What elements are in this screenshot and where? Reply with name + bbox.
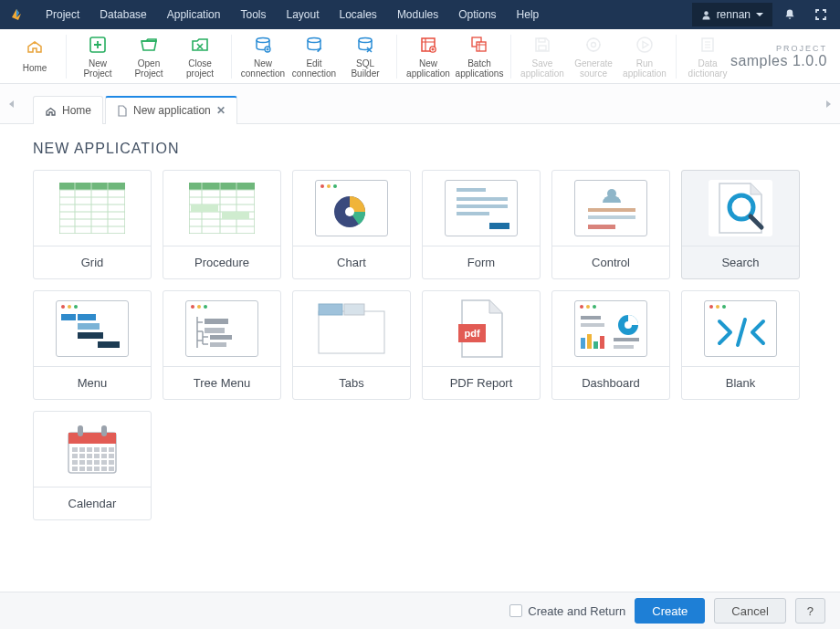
- menu-options[interactable]: Options: [449, 3, 505, 26]
- app-label: Blank: [682, 366, 799, 399]
- tool-close-project[interactable]: Closeproject: [174, 35, 226, 79]
- app-label: Menu: [34, 366, 151, 399]
- menu-locales[interactable]: Locales: [331, 3, 386, 26]
- toolbar: HomeNewProjectOpenProjectCloseprojectNew…: [0, 29, 840, 84]
- menu-tools[interactable]: Tools: [231, 3, 275, 26]
- app-card-tree-menu[interactable]: Tree Menu: [163, 290, 281, 400]
- tool-open-project[interactable]: OpenProject: [123, 35, 174, 79]
- app-label: Tree Menu: [163, 366, 280, 399]
- tool-data-dictionary: Datadictionary: [682, 35, 733, 79]
- user-name: rennan: [717, 8, 751, 21]
- help-button[interactable]: ?: [795, 598, 825, 624]
- svg-rect-82: [101, 425, 107, 436]
- app-card-procedure[interactable]: Procedure: [163, 170, 281, 279]
- svg-rect-12: [539, 38, 545, 42]
- svg-rect-49: [588, 208, 635, 212]
- svg-rect-86: [94, 447, 100, 452]
- app-label: Chart: [293, 246, 410, 278]
- create-and-return-checkbox[interactable]: Create and Return: [509, 604, 625, 618]
- create-button[interactable]: Create: [635, 598, 705, 624]
- svg-rect-18: [59, 183, 125, 190]
- svg-rect-84: [79, 447, 85, 452]
- svg-rect-91: [87, 454, 92, 458]
- svg-rect-93: [101, 454, 107, 458]
- form-icon: [423, 171, 540, 246]
- tabsicon-icon: [293, 291, 410, 366]
- app-card-blank[interactable]: Blank: [681, 290, 800, 400]
- svg-rect-11: [539, 46, 546, 50]
- cancel-button[interactable]: Cancel: [714, 598, 785, 624]
- menubar: ProjectDatabaseApplicationToolsLayoutLoc…: [0, 0, 840, 29]
- tab-new-application[interactable]: New application✕: [105, 96, 237, 124]
- svg-rect-89: [72, 454, 78, 458]
- calendar-icon: [34, 412, 151, 487]
- notifications-icon[interactable]: [776, 1, 803, 28]
- app-card-pdf-report[interactable]: pdfPDF Report: [422, 290, 541, 400]
- tab-home[interactable]: Home: [33, 96, 103, 124]
- svg-point-42: [345, 207, 354, 216]
- search-icon: [682, 171, 799, 246]
- tool-run-application: Runapplication: [619, 35, 670, 79]
- svg-rect-62: [210, 342, 226, 347]
- app-card-calendar[interactable]: Calendar: [33, 411, 152, 520]
- app-card-menu[interactable]: Menu: [33, 290, 152, 400]
- svg-point-14: [592, 42, 596, 47]
- user-menu[interactable]: rennan: [692, 3, 772, 26]
- svg-rect-73: [587, 334, 592, 349]
- svg-rect-106: [109, 467, 114, 471]
- svg-rect-81: [78, 425, 83, 436]
- svg-rect-105: [101, 467, 107, 471]
- app-card-search[interactable]: Search: [681, 170, 800, 279]
- tab-close-icon[interactable]: ✕: [216, 104, 226, 117]
- menu-project[interactable]: Project: [37, 3, 89, 26]
- menu-help[interactable]: Help: [508, 3, 549, 26]
- app-label: Grid: [34, 246, 151, 278]
- fullscreen-icon[interactable]: [807, 1, 835, 28]
- project-label: PROJECT samples 1.0.0: [730, 44, 827, 69]
- app-card-grid[interactable]: Grid: [33, 170, 152, 279]
- chevron-down-icon: [756, 13, 763, 16]
- svg-rect-69: [581, 323, 604, 327]
- svg-rect-90: [79, 454, 85, 458]
- app-card-dashboard[interactable]: Dashboard: [551, 290, 670, 400]
- tool-home[interactable]: Home: [9, 39, 60, 73]
- tool-sql-builder[interactable]: SQLBuilder: [340, 35, 391, 79]
- tool-save-application: Saveapplication: [517, 35, 568, 79]
- menu-modules[interactable]: Modules: [388, 3, 447, 26]
- svg-point-6: [359, 37, 372, 42]
- menu-database[interactable]: Database: [90, 3, 155, 26]
- svg-rect-103: [87, 467, 92, 471]
- app-card-chart[interactable]: Chart: [292, 170, 411, 279]
- svg-rect-100: [109, 460, 114, 465]
- menu-layout[interactable]: Layout: [277, 3, 328, 26]
- svg-rect-76: [614, 338, 639, 341]
- app-card-form[interactable]: Form: [422, 170, 541, 279]
- svg-rect-88: [109, 447, 114, 452]
- blank-icon: [682, 291, 799, 366]
- svg-rect-10: [477, 42, 486, 51]
- app-label: Tabs: [293, 366, 410, 399]
- app-label: PDF Report: [423, 366, 540, 399]
- svg-rect-63: [319, 311, 384, 353]
- svg-rect-51: [588, 225, 615, 229]
- svg-point-5: [308, 37, 320, 42]
- svg-point-1: [34, 42, 36, 44]
- page-title: NEW APPLICATION: [33, 141, 807, 157]
- menu-application[interactable]: Application: [158, 3, 230, 26]
- svg-rect-46: [457, 212, 489, 215]
- tool-new-connection[interactable]: Newconnection: [237, 35, 289, 79]
- tool-new-application[interactable]: Newapplication: [403, 35, 454, 79]
- tool-new-project[interactable]: NewProject: [72, 35, 123, 79]
- file-icon: [117, 105, 128, 117]
- svg-rect-99: [101, 460, 107, 465]
- svg-rect-87: [101, 447, 107, 452]
- tool-edit-connection[interactable]: Editconnection: [289, 35, 340, 79]
- tabs-bar: HomeNew application✕: [0, 84, 840, 124]
- app-card-control[interactable]: Control: [551, 170, 670, 279]
- app-card-tabs[interactable]: Tabs: [292, 290, 411, 400]
- tool-batch-applications[interactable]: Batchapplications: [454, 35, 505, 79]
- page-content: NEW APPLICATION GridProcedureChartFormCo…: [0, 124, 840, 592]
- control-icon: [552, 171, 669, 246]
- svg-rect-43: [457, 188, 486, 192]
- app-label: Search: [682, 246, 799, 278]
